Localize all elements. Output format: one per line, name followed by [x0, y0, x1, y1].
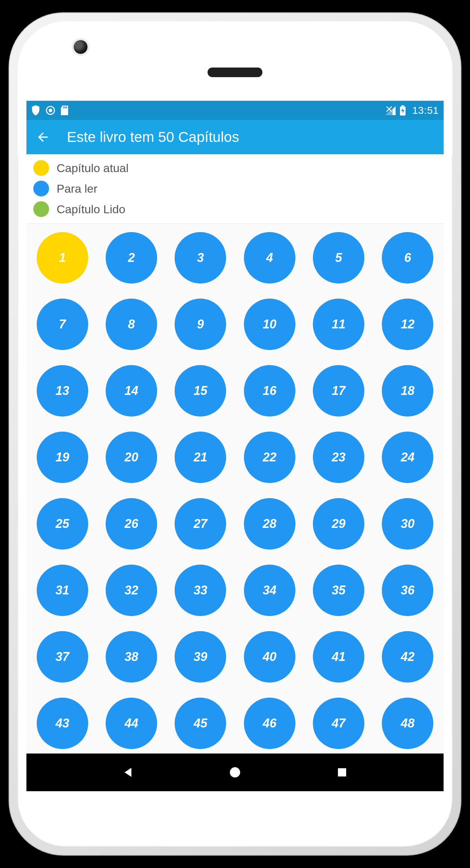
chapter-chip[interactable]: 24 — [382, 432, 433, 483]
chapter-chip[interactable]: 5 — [313, 232, 364, 284]
target-icon — [46, 106, 55, 115]
app-bar: Este livro tem 50 Capítulos — [26, 120, 444, 154]
chapter-chip[interactable]: 1 — [37, 232, 88, 284]
legend-item-current: Capítulo atual — [33, 158, 437, 178]
chapter-chip[interactable]: 8 — [106, 299, 157, 350]
status-clock: 13:51 — [412, 105, 439, 116]
chapter-chip[interactable]: 46 — [244, 698, 295, 749]
chapter-chip[interactable]: 37 — [37, 631, 88, 683]
chapter-chip[interactable]: 44 — [106, 698, 157, 749]
phone-frame: 13:51 Este livro tem 50 Capítulos Capítu… — [9, 12, 461, 856]
chapter-chip[interactable]: 21 — [175, 432, 226, 483]
legend-label-to-read: Para ler — [57, 182, 97, 195]
swatch-current — [33, 160, 49, 176]
chapter-chip[interactable]: 33 — [175, 565, 226, 616]
chapter-chip[interactable]: 14 — [106, 365, 157, 417]
legend-label-current: Capítulo atual — [57, 161, 129, 175]
square-recent-icon — [336, 766, 348, 779]
android-status-bar: 13:51 — [26, 101, 444, 120]
chapter-chip[interactable]: 15 — [175, 365, 226, 417]
circle-home-icon — [228, 765, 242, 779]
svg-point-1 — [49, 109, 52, 112]
chapter-chip[interactable]: 9 — [175, 299, 226, 350]
earpiece-speaker — [208, 68, 262, 77]
chapter-chip[interactable]: 39 — [175, 631, 226, 683]
chapter-grid: 1234567891011121314151617181920212223242… — [33, 232, 437, 754]
chapter-chip[interactable]: 20 — [106, 432, 157, 483]
page-title: Este livro tem 50 Capítulos — [67, 129, 239, 145]
chapter-chip[interactable]: 31 — [37, 565, 88, 616]
chapter-chip[interactable]: 22 — [244, 432, 295, 483]
shield-icon — [31, 105, 40, 116]
legend-item-to-read: Para ler — [33, 178, 437, 199]
chapter-chip[interactable]: 35 — [313, 565, 364, 616]
phone-bezel-top — [17, 21, 453, 100]
chapter-chip[interactable]: 3 — [175, 232, 226, 284]
chapter-chip[interactable]: 42 — [382, 631, 433, 683]
nav-home-button[interactable] — [225, 763, 245, 782]
chapter-chip[interactable]: 40 — [244, 631, 295, 683]
screen: 13:51 Este livro tem 50 Capítulos Capítu… — [26, 101, 444, 791]
chapter-chip[interactable]: 4 — [244, 232, 295, 284]
chapter-chip[interactable]: 7 — [37, 299, 88, 350]
chapter-chip[interactable]: 36 — [382, 565, 433, 616]
chapter-chip[interactable]: 6 — [382, 232, 433, 284]
chapter-chip[interactable]: 32 — [106, 565, 157, 616]
chapter-chip[interactable]: 29 — [313, 498, 364, 550]
chapter-chip[interactable]: 12 — [382, 299, 433, 350]
phone-inner: 13:51 Este livro tem 50 Capítulos Capítu… — [17, 21, 453, 847]
chapter-chip[interactable]: 38 — [106, 631, 157, 683]
legend-label-read: Capítulo Lido — [57, 203, 125, 216]
chapter-chip[interactable]: 26 — [106, 498, 157, 550]
chapter-chip[interactable]: 25 — [37, 498, 88, 550]
swatch-to-read — [33, 181, 49, 196]
svg-rect-3 — [65, 106, 66, 108]
triangle-back-icon — [121, 765, 135, 779]
chapter-chip[interactable]: 11 — [313, 299, 364, 350]
battery-charging-icon — [400, 105, 406, 116]
chapter-chip[interactable]: 41 — [313, 631, 364, 683]
swatch-read — [33, 201, 49, 217]
chapter-chip[interactable]: 28 — [244, 498, 295, 550]
back-button[interactable] — [35, 129, 51, 145]
chapter-chip[interactable]: 2 — [106, 232, 157, 284]
no-signal-icon — [385, 106, 396, 115]
chapter-chip[interactable]: 23 — [313, 432, 364, 483]
nav-back-button[interactable] — [118, 763, 138, 782]
chapter-chip[interactable]: 27 — [175, 498, 226, 550]
chapter-chip[interactable]: 19 — [37, 432, 88, 483]
nav-recent-button[interactable] — [332, 763, 352, 782]
chapter-chip[interactable]: 45 — [175, 698, 226, 749]
chapter-chip[interactable]: 16 — [244, 365, 295, 417]
svg-rect-10 — [338, 768, 346, 776]
arrow-left-icon — [36, 130, 50, 144]
chapter-chip[interactable]: 18 — [382, 365, 433, 417]
chapter-chip[interactable]: 47 — [313, 698, 364, 749]
svg-rect-7 — [402, 105, 404, 106]
legend: Capítulo atual Para ler Capítulo Lido — [26, 154, 444, 224]
front-camera — [74, 40, 87, 54]
chapter-chip[interactable]: 34 — [244, 565, 295, 616]
chapter-chip[interactable]: 48 — [382, 698, 433, 749]
svg-rect-4 — [66, 106, 67, 108]
legend-item-read: Capítulo Lido — [33, 199, 437, 219]
chapter-grid-container: 1234567891011121314151617181920212223242… — [26, 224, 444, 754]
chapter-chip[interactable]: 43 — [37, 698, 88, 749]
svg-rect-2 — [63, 106, 64, 108]
android-nav-bar — [26, 754, 444, 791]
chapter-chip[interactable]: 30 — [382, 498, 433, 550]
chapter-chip[interactable]: 17 — [313, 365, 364, 417]
svg-point-9 — [230, 767, 240, 777]
chapter-chip[interactable]: 10 — [244, 299, 295, 350]
chapter-chip[interactable]: 13 — [37, 365, 88, 417]
sd-card-icon — [61, 106, 68, 115]
